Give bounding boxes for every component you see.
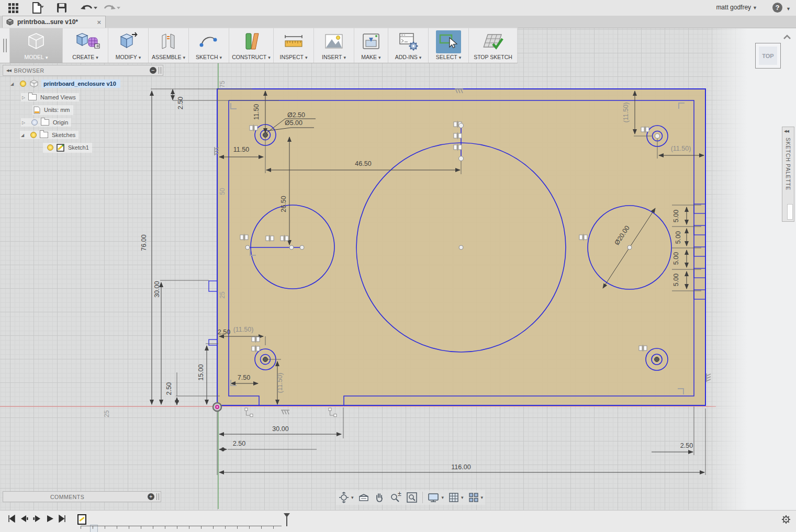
toolbar-sketch[interactable]: SKETCH▾ [189,28,229,63]
toolbar-inspect[interactable]: INSPECT▾ [274,28,314,63]
browser-header[interactable]: ◀◀ BROWSER − [3,65,163,76]
browser-row-sketch1[interactable]: Sketch1 [43,142,92,153]
timeline-position-marker[interactable] [283,513,290,526]
expand-icon[interactable]: ◢ [21,133,27,138]
toolbar-grip[interactable] [0,28,10,63]
browser-row-origin[interactable]: ▷ Origin [21,117,71,128]
browser-row-sketches[interactable]: ◢ Sketches [20,130,79,140]
browser-row-root[interactable]: ◢ printrboard_enclosure v10 [10,78,120,89]
timeline-bar [0,510,796,532]
undo-button[interactable] [80,4,97,14]
inspect-icon [281,31,306,52]
pan-button[interactable] [372,492,387,503]
origin-point[interactable] [213,403,221,411]
make-icon [358,31,384,52]
comments-drag-handle[interactable] [156,493,159,500]
step-forward-button[interactable] [33,515,41,523]
visibility-bulb-icon[interactable] [47,144,53,151]
dim-tl-dia-outer: Ø5.00 [285,119,302,127]
dim-bl-wall: 2.50 [218,329,230,336]
dim-slot3: 5.00 [672,252,680,265]
palette-expand-icon[interactable]: ◀◀ [784,129,794,133]
canvas-right-fade [708,28,796,510]
view-cube-face-label[interactable]: TOP [759,47,777,65]
modify-icon [116,31,141,52]
tab-title: printrboa...sure v10* [17,18,78,26]
toolbar-insert[interactable]: INSERT▾ [314,28,354,63]
add-comment-icon[interactable]: + [148,493,154,500]
timeline-settings-gear-icon[interactable] [781,515,791,524]
visibility-bulb-icon[interactable] [20,81,26,87]
toolbar-assemble[interactable]: ASSEMBLE▾ [149,28,189,63]
sketch-label: SKETCH [196,54,218,60]
zoom-button[interactable]: ± [387,492,404,503]
insert-icon [321,31,346,52]
browser-row-named-views[interactable]: ▷ Named Views [21,92,79,103]
timeline-feature-sketch[interactable] [77,514,86,525]
dim-tr-hole-h: (11.50) [671,145,691,152]
go-to-start-button[interactable] [7,515,15,523]
browser-drag-handle[interactable] [159,67,161,74]
sketch-doc-icon [57,144,64,152]
file-menu-button[interactable] [31,2,47,16]
grid-settings-button[interactable]: ▾ [446,492,466,503]
visibility-bulb-icon[interactable] [30,132,37,138]
assemble-label: ASSEMBLE [152,54,182,60]
gear-part [409,42,418,51]
navbar-separator [422,492,423,503]
comments-panel: COMMENTS + [3,491,161,503]
browser-row-units[interactable]: Units: mm [32,105,73,115]
toolbar-modify[interactable]: MODIFY▾ [108,28,149,63]
app-menu-icon[interactable] [8,3,11,6]
toolbar-select[interactable]: SELECT▾ [429,28,469,63]
dim-bl-hole-h: (11.50) [233,326,254,333]
viewports-button[interactable]: ▾ [466,492,486,503]
fit-button[interactable] [404,492,420,503]
toolbar-make[interactable]: MAKE▾ [354,28,388,63]
collapse-arrow-icon[interactable]: ▷ [22,120,28,125]
view-cube[interactable]: TOP [755,43,781,69]
collapse-toolbar-icon[interactable] [783,35,791,40]
toolbar-stop-sketch[interactable]: STOP SKETCH [469,28,518,63]
comments-header[interactable]: COMMENTS + [3,491,161,502]
left-edge-slots[interactable] [209,281,217,345]
user-menu[interactable]: matt godfrey▼ [716,4,757,11]
model-workspace-icon [25,31,48,52]
document-tab[interactable]: printrboa...sure v10* × [2,16,106,28]
assemble-icon [156,31,181,52]
units-doc-icon [33,106,40,114]
orbit-button[interactable]: ▾ [336,492,356,503]
save-button[interactable] [57,3,67,15]
toolbar-construct[interactable]: CONSTRUCT▾ [229,28,274,63]
browser-collapse-icon[interactable]: ◀◀ [6,69,11,73]
collapse-arrow-icon[interactable]: ▷ [22,95,28,100]
toolbar-create[interactable]: CREATE▾ [63,28,108,63]
look-at-button[interactable] [356,492,372,503]
expand-icon[interactable]: ◢ [10,82,17,86]
help-caret-icon[interactable]: ▼ [786,6,791,12]
go-to-end-button[interactable] [59,515,66,523]
dim-left-wall-b: 2.50 [165,382,173,395]
browser-remove-icon[interactable]: − [150,67,156,74]
display-settings-button[interactable]: ▾ [425,492,446,503]
create-icon [70,31,101,52]
workspace-selector[interactable]: MODEL▾ [10,28,63,63]
construct-icon [239,31,264,52]
dim-bottom-off-l: 2.50 [233,440,245,447]
dim-slot1: 5.00 [672,210,680,222]
play-button[interactable] [46,515,54,523]
dim-bottom-off-r: 2.50 [680,442,693,449]
step-back-button[interactable] [20,515,28,523]
palette-scrollbar[interactable] [787,204,793,220]
app-header: matt godfrey▼ ? ▼ [0,0,796,16]
make-label: MAKE [361,54,377,60]
dim-top-wall: 2.50 [177,97,184,109]
visibility-bulb-icon[interactable] [31,119,38,126]
redo-button[interactable] [103,4,120,14]
root-component-label[interactable]: printrboard_enclosure v10 [41,80,120,88]
browser-panel: ◀◀ BROWSER − [3,65,163,76]
tab-close-icon[interactable]: × [97,18,101,26]
help-icon[interactable]: ? [772,3,782,13]
toolbar-addins[interactable]: ADD-INS▾ [388,28,429,63]
sketch-palette-label: SKETCH PALETTE [785,138,791,190]
